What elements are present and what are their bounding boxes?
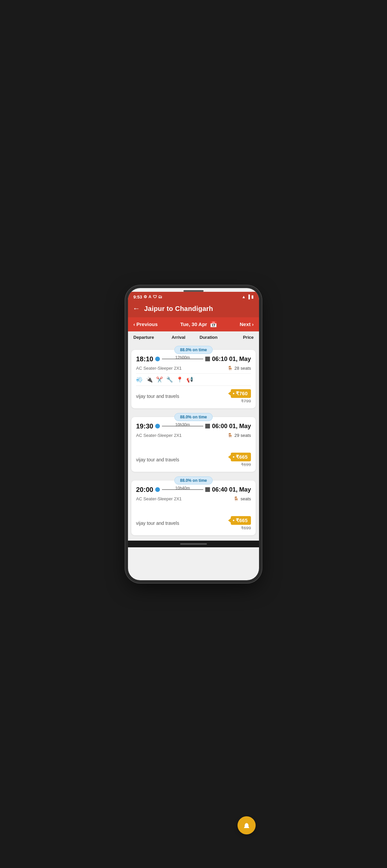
bus-list: 88.0% on time 18:10 12h00m 06:10 01, May…: [128, 343, 259, 540]
prev-label: Previous: [137, 321, 157, 327]
calendar-icon: 📅: [210, 321, 217, 328]
settings-icon: ⚙: [144, 294, 147, 299]
seats-3: 🪑 seats: [234, 496, 251, 501]
price-block-1: • ₹760 ₹799: [231, 389, 251, 404]
duration-header: Duration: [194, 335, 224, 340]
seat-icon-1: 🪑: [228, 366, 233, 371]
arr-time-3: 06:40 01, May: [212, 486, 251, 493]
departure-header: Departure: [133, 335, 163, 340]
bus-type-2: AC Seater-Sleeper 2X1: [136, 433, 182, 438]
bus-info-1: AC Seater-Sleeper 2X1 🪑 28 seats: [136, 366, 251, 371]
bus-card-inner-1[interactable]: 18:10 12h00m 06:10 01, May AC Seater-Sle…: [131, 350, 256, 408]
home-indicator: [180, 543, 207, 545]
arr-square-2: [205, 424, 210, 429]
table-header: Departure Arrival Duration Price: [128, 332, 259, 343]
price-3: ₹665: [236, 518, 247, 524]
bullet-3: •: [233, 518, 235, 523]
bottom-bar: [128, 540, 259, 547]
seats-1: 🪑 28 seats: [228, 366, 251, 371]
price-row-1: vijay tour and travels • ₹760 ₹799: [136, 389, 251, 404]
arr-square-1: [205, 356, 210, 361]
seat-count-2: 29 seats: [235, 433, 251, 438]
price-row-2: vijay tour and travels • ₹665 ₹699: [136, 453, 251, 467]
phone-frame: 9:53 ⚙ A 🛡 🗂 ▲ ▐ ▮ ← Jaipur to Chandigar…: [128, 288, 259, 580]
back-button[interactable]: ←: [133, 305, 140, 312]
status-right: ▲ ▐ ▮: [242, 294, 254, 299]
seat-icon-2: 🪑: [228, 433, 233, 438]
route-line-2: 10h30m: [162, 426, 203, 427]
price-block-2: • ₹665 ₹699: [231, 453, 251, 467]
dep-time-1: 18:10: [136, 355, 153, 363]
price-1: ₹760: [236, 391, 247, 397]
original-price-3: ₹699: [241, 526, 251, 530]
price-header: Price: [224, 335, 254, 340]
seat-count-3: seats: [241, 496, 251, 501]
bus-card-3[interactable]: 88.0% on time 20:00 10h40m 06:40 01, May…: [131, 476, 256, 535]
bus-info-2: AC Seater-Sleeper 2X1 🪑 29 seats: [136, 433, 251, 438]
time-display: 9:53: [133, 294, 142, 300]
accessibility-icon: A: [148, 294, 151, 299]
status-left: 9:53 ⚙ A 🛡 🗂: [133, 294, 162, 300]
charging-icon: 🔌: [146, 376, 153, 383]
amenities-1: 💨 🔌 ✂️ 🔧 📍 📢: [136, 373, 251, 386]
wallet-icon: 🗂: [158, 294, 162, 299]
next-label: Next: [240, 321, 250, 327]
current-date[interactable]: Tue, 30 Apr 📅: [180, 321, 217, 328]
status-bar: 9:53 ⚙ A 🛡 🗂 ▲ ▐ ▮: [128, 292, 259, 302]
duration-3: 10h40m: [175, 486, 190, 491]
bus-card-1[interactable]: 88.0% on time 18:10 12h00m 06:10 01, May…: [131, 346, 256, 408]
route-line-3: 10h40m: [162, 489, 203, 490]
seat-count-1: 28 seats: [235, 366, 251, 371]
tool-icon: 🔧: [166, 376, 173, 383]
dep-dot-1: [155, 356, 160, 361]
bus-card-inner-3[interactable]: 20:00 10h40m 06:40 01, May AC Seater-Sle…: [131, 480, 256, 535]
original-price-1: ₹799: [241, 399, 251, 404]
seat-icon-3: 🪑: [234, 496, 239, 501]
chevron-right-icon: ›: [252, 321, 254, 327]
amenities-spacer-2: [136, 440, 251, 453]
speaker-icon: 📢: [186, 376, 193, 383]
duration-2: 10h30m: [175, 423, 190, 427]
page-title: Jaipur to Chandigarh: [144, 305, 213, 313]
bus-route-1: 18:10 12h00m 06:10 01, May: [136, 355, 251, 363]
price-2: ₹665: [236, 454, 247, 460]
cut-icon: ✂️: [156, 376, 163, 383]
prev-date-button[interactable]: ‹ Previous: [133, 321, 157, 327]
dep-time-3: 20:00: [136, 486, 153, 494]
wifi-icon: ▲: [242, 294, 246, 299]
route-line-1: 12h00m: [162, 359, 203, 359]
bus-type-1: AC Seater-Sleeper 2X1: [136, 366, 182, 371]
bus-route-3: 20:00 10h40m 06:40 01, May: [136, 486, 251, 494]
arr-time-1: 06:10 01, May: [212, 355, 251, 363]
signal-icon: ▐: [247, 294, 250, 299]
operator-2: vijay tour and travels: [136, 457, 179, 462]
arr-time-2: 06:00 01, May: [212, 423, 251, 430]
location-icon: 📍: [176, 376, 183, 383]
seats-2: 🪑 29 seats: [228, 433, 251, 438]
on-time-badge-3: 88.0% on time: [174, 476, 213, 485]
shield-icon: 🛡: [153, 294, 157, 299]
date-nav: ‹ Previous Tue, 30 Apr 📅 Next ›: [128, 317, 259, 332]
operator-3: vijay tour and travels: [136, 521, 179, 526]
dep-time-2: 19:30: [136, 423, 153, 430]
on-time-badge-2: 88.0% on time: [174, 413, 213, 421]
price-tag-2: • ₹665: [231, 453, 251, 461]
duration-1: 12h00m: [175, 355, 190, 360]
price-row-3: vijay tour and travels • ₹665 ₹699: [136, 516, 251, 530]
bus-info-3: AC Seater-Sleeper 2X1 🪑 seats: [136, 496, 251, 501]
bus-card-2[interactable]: 88.0% on time 19:30 10h30m 06:00 01, May…: [131, 413, 256, 472]
battery-icon: ▮: [251, 294, 254, 299]
price-tag-3: • ₹665: [231, 516, 251, 525]
fan-icon: 💨: [136, 376, 143, 383]
bus-card-inner-2[interactable]: 19:30 10h30m 06:00 01, May AC Seater-Sle…: [131, 417, 256, 472]
on-time-badge-1: 88.0% on time: [174, 346, 213, 354]
amenities-spacer-3: [136, 504, 251, 516]
date-text: Tue, 30 Apr: [180, 321, 207, 327]
bus-route-2: 19:30 10h30m 06:00 01, May: [136, 423, 251, 430]
next-date-button[interactable]: Next ›: [240, 321, 254, 327]
bullet-1: •: [233, 391, 235, 396]
app-bar: ← Jaipur to Chandigarh: [128, 302, 259, 317]
dep-dot-2: [155, 424, 160, 429]
chevron-left-icon: ‹: [133, 321, 135, 327]
dep-dot-3: [155, 487, 160, 492]
